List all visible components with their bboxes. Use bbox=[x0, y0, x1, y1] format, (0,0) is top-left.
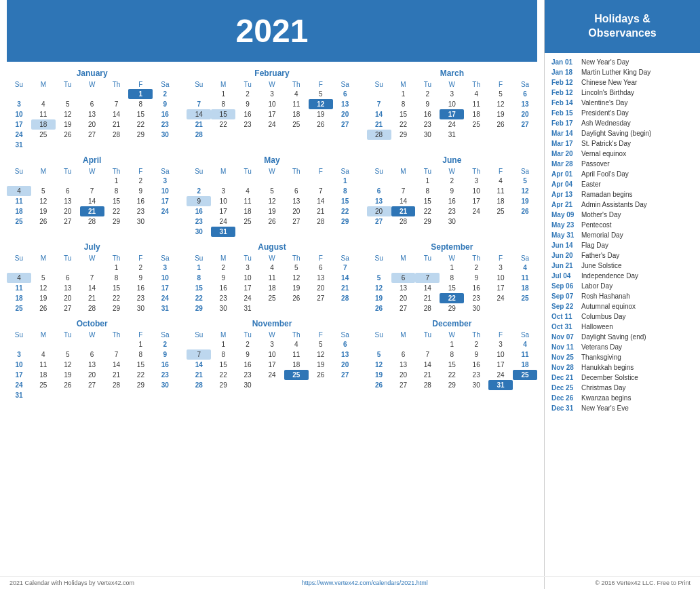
calendar-day[interactable]: 14 bbox=[415, 283, 440, 293]
calendar-day[interactable]: 24 bbox=[260, 370, 284, 380]
calendar-day[interactable]: 5 bbox=[31, 273, 56, 283]
calendar-day[interactable]: 27 bbox=[56, 303, 80, 314]
calendar-day[interactable]: 23 bbox=[415, 119, 440, 130]
calendar-day[interactable]: 25 bbox=[7, 216, 31, 227]
calendar-day[interactable]: 22 bbox=[391, 119, 416, 130]
calendar-day[interactable]: 23 bbox=[235, 370, 260, 380]
calendar-day[interactable]: 17 bbox=[464, 196, 488, 206]
calendar-day[interactable]: 1 bbox=[104, 176, 129, 186]
calendar-day[interactable]: 25 bbox=[31, 130, 56, 140]
calendar-day[interactable]: 25 bbox=[284, 119, 309, 130]
calendar-day[interactable]: 19 bbox=[367, 293, 391, 303]
calendar-day[interactable]: 28 bbox=[415, 303, 440, 314]
calendar-day[interactable]: 28 bbox=[104, 130, 129, 140]
calendar-day[interactable]: 17 bbox=[153, 196, 177, 206]
calendar-day[interactable]: 31 bbox=[153, 303, 177, 314]
calendar-day[interactable]: 29 bbox=[440, 380, 464, 390]
calendar-day[interactable]: 25 bbox=[513, 370, 537, 380]
calendar-day[interactable]: 23 bbox=[153, 119, 177, 130]
calendar-day[interactable]: 15 bbox=[211, 109, 235, 119]
calendar-day[interactable]: 14 bbox=[309, 196, 333, 206]
calendar-day[interactable]: 31 bbox=[440, 130, 464, 140]
calendar-day[interactable]: 3 bbox=[260, 89, 284, 99]
calendar-day[interactable]: 19 bbox=[367, 370, 391, 380]
calendar-day[interactable]: 23 bbox=[128, 293, 153, 303]
calendar-day[interactable]: 8 bbox=[415, 186, 440, 196]
calendar-day[interactable]: 26 bbox=[367, 380, 391, 390]
calendar-day[interactable]: 2 bbox=[464, 263, 488, 273]
calendar-day[interactable]: 27 bbox=[56, 216, 80, 227]
calendar-day[interactable]: 3 bbox=[211, 186, 235, 196]
calendar-day[interactable]: 29 bbox=[415, 216, 440, 227]
calendar-day[interactable]: 31 bbox=[7, 140, 31, 150]
calendar-day[interactable]: 28 bbox=[187, 130, 211, 140]
calendar-day[interactable]: 24 bbox=[7, 380, 31, 390]
calendar-day[interactable]: 13 bbox=[56, 283, 80, 293]
calendar-day[interactable]: 2 bbox=[211, 263, 235, 273]
calendar-day[interactable]: 3 bbox=[7, 349, 31, 360]
calendar-day[interactable]: 17 bbox=[7, 119, 31, 130]
calendar-day[interactable]: 26 bbox=[56, 130, 80, 140]
calendar-day[interactable]: 11 bbox=[513, 349, 537, 360]
calendar-day[interactable]: 26 bbox=[309, 119, 333, 130]
calendar-day[interactable]: 28 bbox=[104, 380, 129, 390]
calendar-day[interactable]: 2 bbox=[128, 176, 153, 186]
calendar-day[interactable]: 6 bbox=[56, 273, 80, 283]
calendar-day[interactable]: 6 bbox=[391, 349, 416, 360]
calendar-day[interactable]: 3 bbox=[260, 339, 284, 349]
calendar-day[interactable]: 9 bbox=[235, 349, 260, 360]
calendar-day[interactable]: 19 bbox=[513, 196, 537, 206]
calendar-day[interactable]: 10 bbox=[7, 360, 31, 370]
calendar-day[interactable]: 19 bbox=[56, 119, 80, 130]
calendar-day[interactable]: 1 bbox=[211, 89, 235, 99]
calendar-day[interactable]: 4 bbox=[7, 186, 31, 196]
calendar-day[interactable]: 26 bbox=[488, 119, 513, 130]
calendar-day[interactable]: 7 bbox=[391, 186, 416, 196]
calendar-day[interactable]: 9 bbox=[440, 186, 464, 196]
calendar-day[interactable]: 7 bbox=[187, 99, 211, 109]
calendar-day[interactable]: 17 bbox=[488, 360, 513, 370]
calendar-day[interactable]: 18 bbox=[464, 109, 488, 119]
calendar-day[interactable]: 23 bbox=[440, 206, 464, 216]
calendar-day[interactable]: 28 bbox=[367, 130, 391, 140]
calendar-day[interactable]: 13 bbox=[80, 360, 104, 370]
calendar-day[interactable]: 15 bbox=[391, 109, 416, 119]
calendar-day[interactable]: 27 bbox=[513, 119, 537, 130]
calendar-day[interactable]: 7 bbox=[80, 186, 104, 196]
calendar-day[interactable]: 16 bbox=[440, 196, 464, 206]
calendar-day[interactable]: 3 bbox=[7, 99, 31, 109]
calendar-day[interactable]: 27 bbox=[333, 119, 357, 130]
calendar-day[interactable]: 19 bbox=[260, 206, 284, 216]
calendar-day[interactable]: 10 bbox=[464, 186, 488, 196]
calendar-day[interactable]: 15 bbox=[187, 283, 211, 293]
calendar-day[interactable]: 13 bbox=[284, 196, 309, 206]
calendar-day[interactable]: 11 bbox=[235, 196, 260, 206]
calendar-day[interactable]: 16 bbox=[464, 360, 488, 370]
calendar-day[interactable]: 29 bbox=[187, 303, 211, 314]
calendar-day[interactable]: 9 bbox=[153, 349, 177, 360]
calendar-day[interactable]: 27 bbox=[80, 130, 104, 140]
calendar-day[interactable]: 21 bbox=[309, 206, 333, 216]
calendar-day[interactable]: 5 bbox=[309, 339, 333, 349]
calendar-day[interactable]: 22 bbox=[211, 119, 235, 130]
calendar-day[interactable]: 26 bbox=[309, 370, 333, 380]
calendar-day[interactable]: 12 bbox=[488, 99, 513, 109]
calendar-day[interactable]: 26 bbox=[367, 303, 391, 314]
calendar-day[interactable]: 5 bbox=[31, 186, 56, 196]
calendar-day[interactable]: 9 bbox=[464, 349, 488, 360]
calendar-day[interactable]: 23 bbox=[235, 119, 260, 130]
calendar-day[interactable]: 2 bbox=[235, 89, 260, 99]
calendar-day[interactable]: 14 bbox=[333, 273, 357, 283]
calendar-day[interactable]: 28 bbox=[333, 293, 357, 303]
calendar-day[interactable]: 29 bbox=[333, 216, 357, 227]
calendar-day[interactable]: 13 bbox=[333, 349, 357, 360]
calendar-day[interactable]: 22 bbox=[128, 370, 153, 380]
calendar-day[interactable]: 13 bbox=[391, 283, 416, 293]
calendar-day[interactable]: 10 bbox=[211, 196, 235, 206]
calendar-day[interactable]: 29 bbox=[128, 130, 153, 140]
calendar-day[interactable]: 2 bbox=[187, 186, 211, 196]
calendar-day[interactable]: 11 bbox=[284, 349, 309, 360]
calendar-day[interactable]: 20 bbox=[284, 206, 309, 216]
calendar-day[interactable]: 18 bbox=[235, 206, 260, 216]
calendar-day[interactable]: 17 bbox=[153, 283, 177, 293]
